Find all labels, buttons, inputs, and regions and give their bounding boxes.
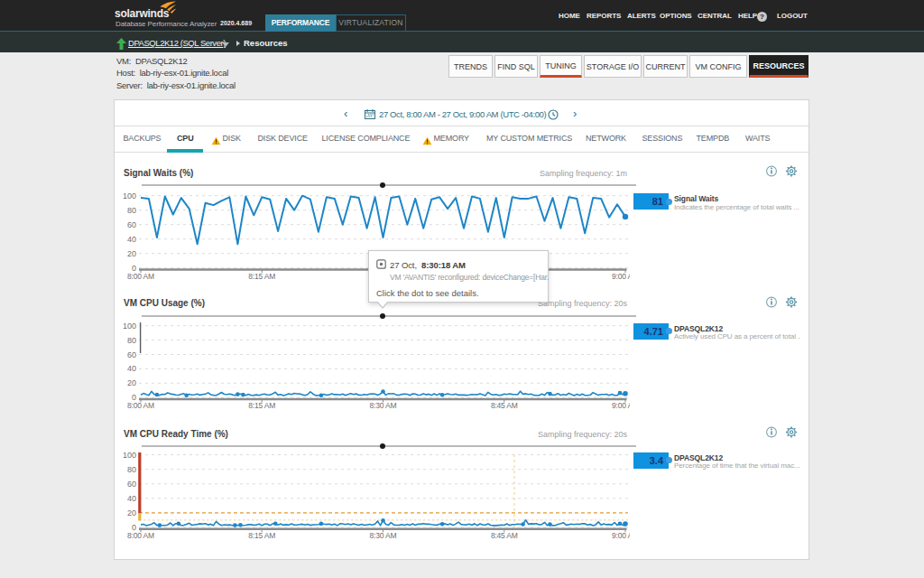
svg-text:40: 40: [127, 235, 136, 244]
svg-text:8:30 AM: 8:30 AM: [370, 531, 397, 540]
svg-text:100: 100: [123, 451, 136, 460]
svg-text:20: 20: [127, 508, 136, 517]
svg-text:80: 80: [127, 206, 136, 215]
svg-text:8:00 AM: 8:00 AM: [127, 531, 154, 540]
svg-text:8:00 AM: 8:00 AM: [127, 401, 154, 410]
svg-text:40: 40: [127, 364, 136, 373]
svg-text:8:00 AM: 8:00 AM: [127, 272, 154, 281]
svg-text:8:15 AM: 8:15 AM: [248, 272, 275, 281]
svg-text:9:00 AM: 9:00 AM: [612, 401, 630, 410]
svg-text:20: 20: [127, 249, 136, 258]
svg-text:20: 20: [127, 378, 136, 387]
svg-text:40: 40: [127, 494, 136, 503]
svg-text:9:00 AM: 9:00 AM: [612, 531, 630, 540]
svg-text:8:15 AM: 8:15 AM: [248, 401, 275, 410]
svg-text:8:30 AM: 8:30 AM: [370, 401, 397, 410]
svg-text:8:45 AM: 8:45 AM: [491, 401, 518, 410]
svg-text:80: 80: [127, 465, 136, 474]
svg-text:100: 100: [123, 191, 136, 200]
svg-text:80: 80: [127, 336, 136, 345]
svg-text:8:15 AM: 8:15 AM: [248, 531, 275, 540]
svg-text:100: 100: [123, 322, 136, 331]
svg-text:60: 60: [127, 220, 136, 229]
svg-text:60: 60: [127, 350, 136, 359]
svg-text:60: 60: [127, 480, 136, 489]
svg-text:8:45 AM: 8:45 AM: [491, 531, 518, 540]
svg-text:9:00 AM: 9:00 AM: [612, 272, 630, 281]
